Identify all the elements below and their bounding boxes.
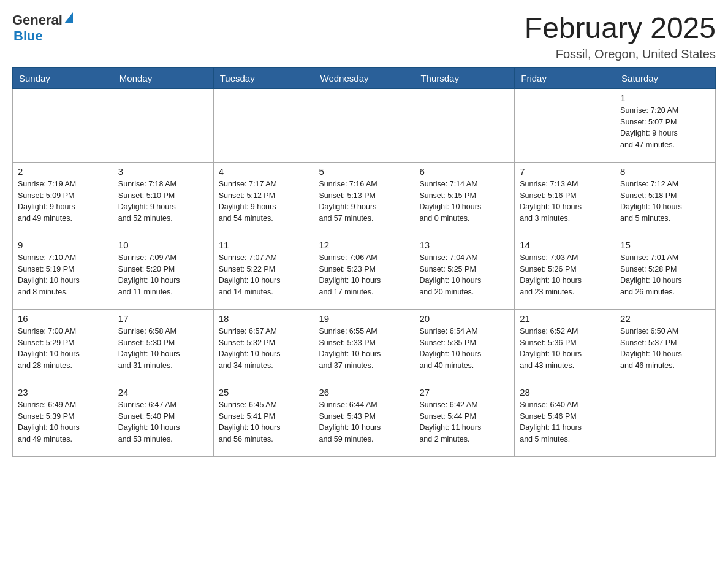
- calendar-cell: 26Sunrise: 6:44 AM Sunset: 5:43 PM Dayli…: [314, 383, 414, 456]
- calendar-week-row: 23Sunrise: 6:49 AM Sunset: 5:39 PM Dayli…: [13, 383, 716, 456]
- calendar-cell: 5Sunrise: 7:16 AM Sunset: 5:13 PM Daylig…: [314, 162, 414, 236]
- day-info: Sunrise: 7:18 AM Sunset: 5:10 PM Dayligh…: [118, 178, 208, 224]
- day-number: 11: [219, 240, 309, 250]
- calendar-week-row: 2Sunrise: 7:19 AM Sunset: 5:09 PM Daylig…: [13, 162, 716, 236]
- calendar-cell: [615, 383, 716, 456]
- day-info: Sunrise: 7:16 AM Sunset: 5:13 PM Dayligh…: [319, 178, 409, 224]
- calendar-cell: 18Sunrise: 6:57 AM Sunset: 5:32 PM Dayli…: [213, 309, 314, 383]
- day-info: Sunrise: 6:47 AM Sunset: 5:40 PM Dayligh…: [118, 399, 208, 445]
- day-info: Sunrise: 7:17 AM Sunset: 5:12 PM Dayligh…: [219, 178, 309, 224]
- day-number: 27: [419, 387, 509, 397]
- calendar-cell: [314, 88, 414, 162]
- day-info: Sunrise: 7:07 AM Sunset: 5:22 PM Dayligh…: [219, 252, 309, 298]
- day-info: Sunrise: 6:54 AM Sunset: 5:35 PM Dayligh…: [419, 326, 509, 372]
- calendar-week-row: 1Sunrise: 7:20 AM Sunset: 5:07 PM Daylig…: [13, 88, 716, 162]
- day-info: Sunrise: 6:57 AM Sunset: 5:32 PM Dayligh…: [219, 326, 309, 372]
- logo: General Blue: [12, 12, 73, 44]
- logo-triangle-icon: [64, 12, 73, 23]
- day-info: Sunrise: 7:12 AM Sunset: 5:18 PM Dayligh…: [620, 178, 710, 224]
- day-info: Sunrise: 7:06 AM Sunset: 5:23 PM Dayligh…: [319, 252, 409, 298]
- calendar-cell: [113, 88, 213, 162]
- day-number: 13: [419, 240, 509, 250]
- calendar-cell: 14Sunrise: 7:03 AM Sunset: 5:26 PM Dayli…: [515, 236, 615, 309]
- calendar-cell: 15Sunrise: 7:01 AM Sunset: 5:28 PM Dayli…: [615, 236, 716, 309]
- page-header: General Blue February 2025 Fossil, Orego…: [12, 12, 716, 61]
- calendar-cell: 6Sunrise: 7:14 AM Sunset: 5:15 PM Daylig…: [414, 162, 515, 236]
- calendar-cell: 16Sunrise: 7:00 AM Sunset: 5:29 PM Dayli…: [13, 309, 113, 383]
- day-number: 16: [18, 313, 108, 324]
- calendar-header-thursday: Thursday: [414, 67, 515, 88]
- calendar-cell: 3Sunrise: 7:18 AM Sunset: 5:10 PM Daylig…: [113, 162, 213, 236]
- day-number: 28: [520, 387, 610, 397]
- day-number: 5: [319, 166, 409, 177]
- day-number: 9: [18, 240, 108, 250]
- day-number: 12: [319, 240, 409, 250]
- calendar-cell: 13Sunrise: 7:04 AM Sunset: 5:25 PM Dayli…: [414, 236, 515, 309]
- calendar-cell: 1Sunrise: 7:20 AM Sunset: 5:07 PM Daylig…: [615, 88, 716, 162]
- calendar-cell: 20Sunrise: 6:54 AM Sunset: 5:35 PM Dayli…: [414, 309, 515, 383]
- calendar-header-saturday: Saturday: [615, 67, 716, 88]
- day-number: 25: [219, 387, 309, 397]
- day-number: 18: [219, 313, 309, 324]
- calendar-cell: 22Sunrise: 6:50 AM Sunset: 5:37 PM Dayli…: [615, 309, 716, 383]
- day-info: Sunrise: 6:44 AM Sunset: 5:43 PM Dayligh…: [319, 399, 409, 445]
- day-number: 2: [18, 166, 108, 177]
- calendar-cell: 11Sunrise: 7:07 AM Sunset: 5:22 PM Dayli…: [213, 236, 314, 309]
- day-info: Sunrise: 6:45 AM Sunset: 5:41 PM Dayligh…: [219, 399, 309, 445]
- calendar-header-monday: Monday: [113, 67, 213, 88]
- calendar-header-sunday: Sunday: [13, 67, 113, 88]
- day-info: Sunrise: 7:20 AM Sunset: 5:07 PM Dayligh…: [620, 105, 710, 151]
- day-info: Sunrise: 6:58 AM Sunset: 5:30 PM Dayligh…: [118, 326, 208, 372]
- day-number: 8: [620, 166, 710, 177]
- calendar-cell: 21Sunrise: 6:52 AM Sunset: 5:36 PM Dayli…: [515, 309, 615, 383]
- calendar-header-tuesday: Tuesday: [213, 67, 314, 88]
- calendar-cell: 8Sunrise: 7:12 AM Sunset: 5:18 PM Daylig…: [615, 162, 716, 236]
- calendar-table: SundayMondayTuesdayWednesdayThursdayFrid…: [12, 67, 716, 457]
- calendar-cell: 17Sunrise: 6:58 AM Sunset: 5:30 PM Dayli…: [113, 309, 213, 383]
- calendar-cell: 10Sunrise: 7:09 AM Sunset: 5:20 PM Dayli…: [113, 236, 213, 309]
- day-info: Sunrise: 7:01 AM Sunset: 5:28 PM Dayligh…: [620, 252, 710, 298]
- month-title: February 2025: [525, 12, 716, 45]
- day-info: Sunrise: 6:50 AM Sunset: 5:37 PM Dayligh…: [620, 326, 710, 372]
- day-number: 1: [620, 93, 710, 103]
- day-number: 23: [18, 387, 108, 397]
- calendar-cell: 28Sunrise: 6:40 AM Sunset: 5:46 PM Dayli…: [515, 383, 615, 456]
- calendar-cell: 19Sunrise: 6:55 AM Sunset: 5:33 PM Dayli…: [314, 309, 414, 383]
- day-info: Sunrise: 7:03 AM Sunset: 5:26 PM Dayligh…: [520, 252, 610, 298]
- day-number: 14: [520, 240, 610, 250]
- day-info: Sunrise: 7:14 AM Sunset: 5:15 PM Dayligh…: [419, 178, 509, 224]
- day-number: 6: [419, 166, 509, 177]
- day-info: Sunrise: 7:10 AM Sunset: 5:19 PM Dayligh…: [18, 252, 108, 298]
- location-text: Fossil, Oregon, United States: [525, 47, 716, 61]
- day-number: 26: [319, 387, 409, 397]
- day-number: 19: [319, 313, 409, 324]
- day-info: Sunrise: 7:04 AM Sunset: 5:25 PM Dayligh…: [419, 252, 509, 298]
- day-info: Sunrise: 6:40 AM Sunset: 5:46 PM Dayligh…: [520, 399, 610, 445]
- day-number: 7: [520, 166, 610, 177]
- title-section: February 2025 Fossil, Oregon, United Sta…: [525, 12, 716, 61]
- day-number: 24: [118, 387, 208, 397]
- calendar-cell: 4Sunrise: 7:17 AM Sunset: 5:12 PM Daylig…: [213, 162, 314, 236]
- calendar-cell: 12Sunrise: 7:06 AM Sunset: 5:23 PM Dayli…: [314, 236, 414, 309]
- day-number: 3: [118, 166, 208, 177]
- day-number: 15: [620, 240, 710, 250]
- day-info: Sunrise: 6:55 AM Sunset: 5:33 PM Dayligh…: [319, 326, 409, 372]
- calendar-cell: 2Sunrise: 7:19 AM Sunset: 5:09 PM Daylig…: [13, 162, 113, 236]
- day-info: Sunrise: 6:42 AM Sunset: 5:44 PM Dayligh…: [419, 399, 509, 445]
- day-number: 17: [118, 313, 208, 324]
- logo-blue-text: Blue: [13, 28, 73, 44]
- calendar-cell: 27Sunrise: 6:42 AM Sunset: 5:44 PM Dayli…: [414, 383, 515, 456]
- day-number: 20: [419, 313, 509, 324]
- calendar-header-wednesday: Wednesday: [314, 67, 414, 88]
- calendar-week-row: 16Sunrise: 7:00 AM Sunset: 5:29 PM Dayli…: [13, 309, 716, 383]
- calendar-cell: 25Sunrise: 6:45 AM Sunset: 5:41 PM Dayli…: [213, 383, 314, 456]
- calendar-cell: 7Sunrise: 7:13 AM Sunset: 5:16 PM Daylig…: [515, 162, 615, 236]
- day-number: 10: [118, 240, 208, 250]
- calendar-cell: 23Sunrise: 6:49 AM Sunset: 5:39 PM Dayli…: [13, 383, 113, 456]
- day-number: 4: [219, 166, 309, 177]
- calendar-cell: [515, 88, 615, 162]
- calendar-cell: [414, 88, 515, 162]
- day-info: Sunrise: 7:19 AM Sunset: 5:09 PM Dayligh…: [18, 178, 108, 224]
- calendar-cell: 9Sunrise: 7:10 AM Sunset: 5:19 PM Daylig…: [13, 236, 113, 309]
- calendar-week-row: 9Sunrise: 7:10 AM Sunset: 5:19 PM Daylig…: [13, 236, 716, 309]
